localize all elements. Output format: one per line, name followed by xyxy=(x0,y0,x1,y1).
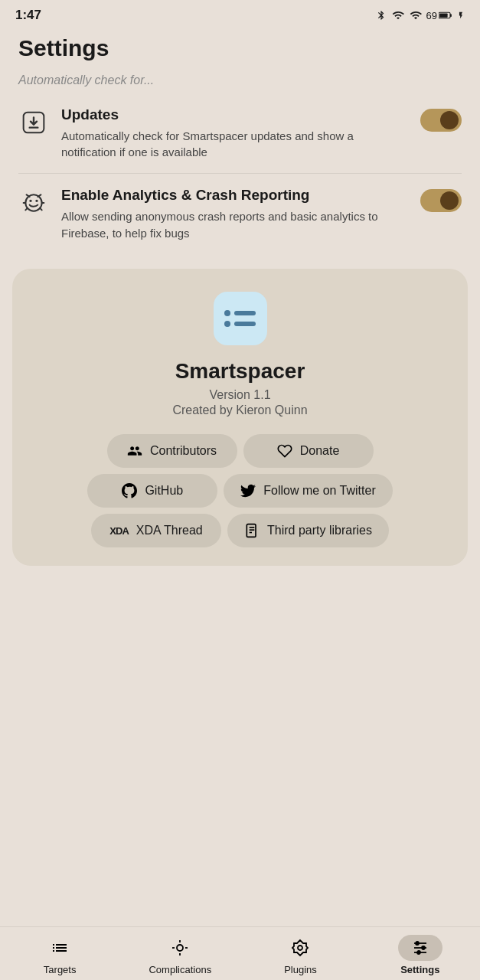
analytics-icon-container xyxy=(18,188,49,218)
updates-content: Updates Automatically check for Smartspa… xyxy=(61,106,408,161)
plugins-label: Plugins xyxy=(284,964,317,975)
download-icon xyxy=(21,110,46,135)
svg-point-22 xyxy=(417,951,420,954)
svg-rect-2 xyxy=(439,13,448,17)
complications-icon xyxy=(171,939,189,957)
status-icons: 69 xyxy=(376,8,465,22)
settings-icon xyxy=(411,939,429,957)
icon-line-1 xyxy=(234,311,256,315)
svg-point-6 xyxy=(35,200,38,202)
action-row-1: Contributors Donate xyxy=(28,434,452,468)
charging-icon xyxy=(457,9,465,21)
app-icon-container xyxy=(214,292,267,345)
updates-description: Automatically check for Smartspacer upda… xyxy=(61,128,408,162)
page-header: Settings xyxy=(0,28,480,74)
action-row-3: XDA XDA Thread Third party libraries xyxy=(28,514,452,547)
contributors-button[interactable]: Contributors xyxy=(107,434,237,468)
xda-label: XDA Thread xyxy=(136,524,203,537)
plugins-icon xyxy=(291,939,309,957)
icon-dot-1 xyxy=(224,310,230,316)
svg-point-16 xyxy=(298,946,302,950)
updates-toggle[interactable] xyxy=(420,109,462,132)
updates-toggle-container[interactable] xyxy=(420,106,462,132)
analytics-toggle-container[interactable] xyxy=(420,186,462,212)
main-content: Automatically check for... Updates Autom… xyxy=(0,74,480,704)
bug-icon xyxy=(21,191,46,215)
analytics-toggle-knob xyxy=(440,191,459,210)
icon-line-2 xyxy=(234,322,256,326)
twitter-icon xyxy=(240,483,256,498)
analytics-title: Enable Analytics & Crash Reporting xyxy=(61,186,408,205)
battery-icon xyxy=(439,10,452,21)
targets-icon-container xyxy=(38,935,82,961)
targets-label: Targets xyxy=(44,964,77,975)
app-info-card: Smartspacer Version 1.1 Created by Kiero… xyxy=(12,269,468,566)
github-icon xyxy=(122,483,137,498)
libraries-button[interactable]: Third party libraries xyxy=(227,514,389,547)
svg-point-20 xyxy=(416,942,419,945)
donate-label: Donate xyxy=(300,444,340,458)
battery-level: 69 xyxy=(426,10,437,21)
twitter-label: Follow me on Twitter xyxy=(263,484,375,498)
libraries-label: Third party libraries xyxy=(267,524,372,537)
book-icon xyxy=(244,523,260,538)
icon-dot-2 xyxy=(224,321,230,327)
svg-point-21 xyxy=(422,946,425,949)
svg-point-11 xyxy=(177,945,183,951)
people-icon xyxy=(127,443,142,459)
analytics-description: Allow sending anonymous crash reports an… xyxy=(61,208,408,242)
action-row-2: GitHub Follow me on Twitter xyxy=(28,474,452,508)
wifi-icon xyxy=(391,9,405,21)
complications-label: Complications xyxy=(149,964,211,975)
icon-row-1 xyxy=(224,310,256,316)
contributors-label: Contributors xyxy=(150,444,217,458)
status-bar: 1:47 69 xyxy=(0,0,480,28)
action-buttons-grid: Contributors Donate GitHub xyxy=(28,434,452,547)
app-name: Smartspacer xyxy=(175,359,305,384)
updates-icon-container xyxy=(18,107,49,138)
page-title: Settings xyxy=(18,35,462,61)
nav-item-settings[interactable]: Settings xyxy=(390,935,451,975)
truncated-text: Automatically check for... xyxy=(0,74,480,93)
signal-icon xyxy=(410,9,422,21)
settings-icon-container xyxy=(398,935,442,961)
nav-item-complications[interactable]: Complications xyxy=(149,935,211,975)
complications-icon-container xyxy=(158,935,202,961)
analytics-toggle[interactable] xyxy=(420,189,462,212)
status-time: 1:47 xyxy=(15,8,41,23)
heart-icon xyxy=(277,443,292,459)
targets-icon xyxy=(51,939,69,957)
nav-item-plugins[interactable]: Plugins xyxy=(269,935,331,975)
settings-label: Settings xyxy=(400,964,439,975)
svg-point-5 xyxy=(29,200,31,202)
xda-button[interactable]: XDA XDA Thread xyxy=(91,514,221,547)
updates-setting: Updates Automatically check for Smartspa… xyxy=(0,93,480,173)
github-label: GitHub xyxy=(145,484,183,498)
nav-item-targets[interactable]: Targets xyxy=(29,935,90,975)
bluetooth-icon xyxy=(376,8,387,22)
analytics-content: Enable Analytics & Crash Reporting Allow… xyxy=(61,186,408,241)
twitter-button[interactable]: Follow me on Twitter xyxy=(224,474,392,508)
updates-title: Updates xyxy=(61,106,408,125)
battery-indicator: 69 xyxy=(426,10,452,21)
app-author: Created by Kieron Quinn xyxy=(172,403,307,417)
xda-icon: XDA xyxy=(109,525,128,537)
analytics-setting: Enable Analytics & Crash Reporting Allow… xyxy=(0,174,480,253)
donate-button[interactable]: Donate xyxy=(243,434,374,468)
app-version: Version 1.1 xyxy=(209,388,270,402)
bottom-nav: Targets Complications Plugins xyxy=(0,926,480,980)
plugins-icon-container xyxy=(278,935,322,961)
icon-row-2 xyxy=(224,321,256,327)
svg-rect-1 xyxy=(450,14,452,17)
github-button[interactable]: GitHub xyxy=(87,474,217,508)
updates-toggle-knob xyxy=(440,111,459,129)
